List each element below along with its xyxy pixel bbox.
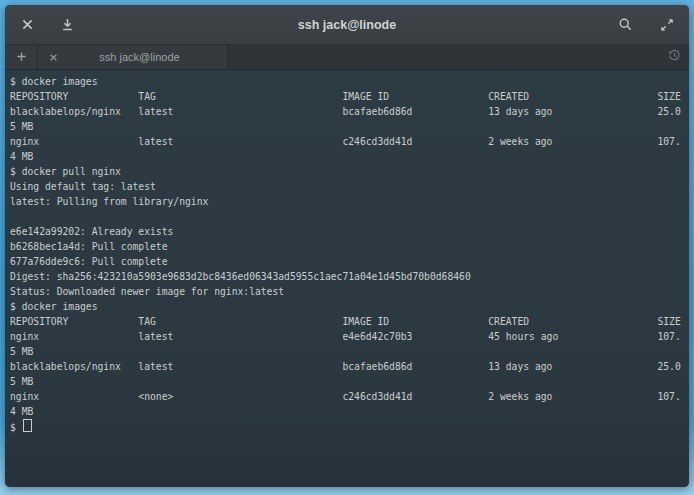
terminal-line: nginx latest e4e6d42c70b3 45 hours ago 1… bbox=[10, 329, 689, 344]
terminal-line: Using default tag: latest bbox=[10, 179, 689, 194]
terminal-line: 5 MB bbox=[10, 119, 689, 134]
terminal-line: blacklabelops/nginx latest bcafaeb6d86d … bbox=[10, 104, 689, 119]
close-icon bbox=[21, 18, 34, 31]
prompt-text: $ bbox=[10, 422, 22, 433]
search-button[interactable] bbox=[617, 17, 633, 33]
terminal-line: nginx <none> c246cd3dd41d 2 weeks ago 10… bbox=[10, 389, 689, 404]
terminal-line bbox=[10, 209, 689, 224]
tab-ssh-session[interactable]: ssh jack@linode bbox=[38, 45, 228, 69]
close-button[interactable] bbox=[19, 17, 35, 33]
terminal-line: $ docker images bbox=[10, 299, 689, 314]
titlebar-right-buttons bbox=[617, 5, 675, 44]
prompt-line: $ bbox=[10, 419, 689, 434]
tab-close-button[interactable] bbox=[46, 50, 60, 64]
terminal-line: 677a76dde9c6: Pull complete bbox=[10, 254, 689, 269]
terminal-line: $ docker pull nginx bbox=[10, 164, 689, 179]
terminal-cursor bbox=[23, 419, 32, 432]
tab-label: ssh jack@linode bbox=[60, 51, 219, 63]
new-tab-button[interactable] bbox=[5, 45, 38, 69]
history-button[interactable] bbox=[668, 45, 681, 69]
plus-icon bbox=[16, 50, 27, 65]
terminal-line: 5 MB bbox=[10, 374, 689, 389]
download-icon bbox=[61, 18, 74, 31]
terminal-output[interactable]: $ docker imagesREPOSITORY TAG IMAGE ID C… bbox=[5, 70, 689, 487]
download-button[interactable] bbox=[59, 17, 75, 33]
expand-icon bbox=[660, 18, 674, 32]
expand-button[interactable] bbox=[659, 17, 675, 33]
terminal-line: latest: Pulling from library/nginx bbox=[10, 194, 689, 209]
terminal-line: nginx latest c246cd3dd41d 2 weeks ago 10… bbox=[10, 134, 689, 149]
terminal-line: $ docker images bbox=[10, 74, 689, 89]
close-icon bbox=[49, 50, 58, 65]
terminal-line: Digest: sha256:423210a5903e9683d2bc8436e… bbox=[10, 269, 689, 284]
history-icon bbox=[668, 49, 681, 65]
tab-bar: ssh jack@linode bbox=[5, 45, 689, 70]
terminal-line: blacklabelops/nginx latest bcafaeb6d86d … bbox=[10, 359, 689, 374]
search-icon bbox=[618, 17, 633, 32]
terminal-line: REPOSITORY TAG IMAGE ID CREATED SIZE bbox=[10, 314, 689, 329]
terminal-line: Status: Downloaded newer image for nginx… bbox=[10, 284, 689, 299]
titlebar[interactable]: ssh jack@linode bbox=[5, 5, 689, 45]
terminal-line: 5 MB bbox=[10, 344, 689, 359]
terminal-line: REPOSITORY TAG IMAGE ID CREATED SIZE bbox=[10, 89, 689, 104]
window-title: ssh jack@linode bbox=[5, 5, 689, 44]
terminal-window: ssh jack@linode bbox=[5, 5, 689, 487]
titlebar-left-buttons bbox=[19, 5, 75, 44]
terminal-line: 4 MB bbox=[10, 149, 689, 164]
terminal-line: b6268bec1a4d: Pull complete bbox=[10, 239, 689, 254]
terminal-line: e6e142a99202: Already exists bbox=[10, 224, 689, 239]
terminal-line: 4 MB bbox=[10, 404, 689, 419]
